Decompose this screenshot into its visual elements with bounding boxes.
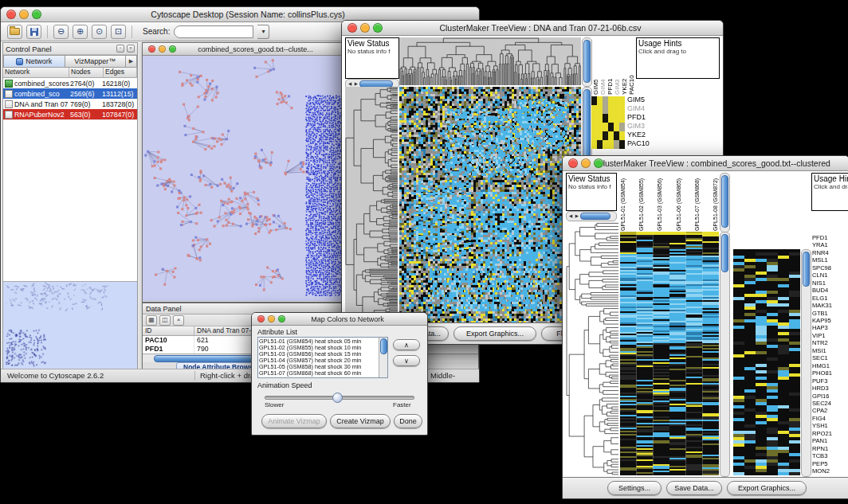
matrix-column-label[interactable]: PAC10: [628, 37, 635, 95]
gene-label[interactable]: GTB1: [812, 310, 847, 317]
gene-label[interactable]: GIM5: [627, 96, 669, 104]
matrix-column-label[interactable]: GIM5: [592, 37, 599, 95]
vscroll-thumb[interactable]: [380, 338, 387, 354]
gene-label[interactable]: SPC98: [812, 264, 847, 272]
close-icon[interactable]: [347, 23, 357, 33]
zoom-fit-icon[interactable]: ⊡: [111, 25, 126, 39]
minimize-icon[interactable]: [360, 23, 370, 33]
move-down-button[interactable]: ∨: [393, 355, 420, 366]
zoom-selected-icon[interactable]: ⊙: [92, 25, 107, 39]
vscroll-thumb[interactable]: [803, 252, 810, 287]
array-column-label[interactable]: GPL51-03 (GSM856): [657, 173, 663, 231]
gene-label[interactable]: SEC1: [812, 354, 847, 361]
close-icon[interactable]: [568, 158, 578, 168]
slider-thumb[interactable]: [332, 393, 343, 403]
gene-label[interactable]: YRA1: [812, 241, 847, 248]
column-header[interactable]: Network: [3, 68, 69, 77]
create-vizmap-button[interactable]: Create Vizmap: [330, 414, 391, 428]
gene-label[interactable]: GIM4: [627, 104, 669, 113]
attribute-list[interactable]: GPL51-01 (GSM854) heat shock 05 minGPL51…: [257, 337, 388, 378]
gene-label[interactable]: CPA2: [812, 407, 847, 414]
close-icon[interactable]: [148, 45, 155, 53]
gene-label[interactable]: CLN1: [812, 272, 847, 279]
minimize-icon[interactable]: [19, 10, 29, 19]
gene-label[interactable]: PFD1: [812, 234, 847, 241]
gene-label[interactable]: RPO21: [812, 430, 847, 437]
create-attribute-icon[interactable]: ◫: [159, 315, 171, 326]
float-panel-icon[interactable]: [116, 45, 124, 53]
gene-label[interactable]: PAN1: [812, 437, 847, 444]
gene-label[interactable]: YSH1: [812, 422, 847, 429]
treeview1-titlebar[interactable]: ClusterMaker TreeView : DNA and Tran 07-…: [342, 21, 723, 36]
gene-label[interactable]: MSL1: [812, 256, 847, 264]
gene-label[interactable]: PFD1: [627, 113, 669, 122]
gene-label[interactable]: VIP1: [812, 332, 847, 339]
network-row[interactable]: DNA and Tran 07 769(0) 183728(0): [3, 99, 137, 109]
minimize-icon[interactable]: [159, 45, 166, 53]
maximize-icon[interactable]: [594, 158, 603, 168]
network-canvas[interactable]: [143, 56, 351, 301]
export-graphics-button[interactable]: Export Graphics...: [453, 326, 536, 341]
matrix-column-label[interactable]: GIM3: [614, 37, 621, 95]
correlation-matrix[interactable]: [591, 96, 625, 149]
array-column-label[interactable]: GPL51-01 (GSM854): [620, 173, 626, 231]
tab-network[interactable]: Network: [3, 55, 65, 68]
network-overview-thumbnail[interactable]: [3, 282, 137, 369]
row-dendrogram[interactable]: [345, 87, 398, 323]
gene-label[interactable]: BUD4: [812, 287, 847, 294]
open-session-icon[interactable]: [7, 25, 22, 39]
maximize-icon[interactable]: [32, 10, 41, 19]
gene-label[interactable]: ELG1: [812, 295, 847, 302]
tab-vizmapper[interactable]: VizMapper™: [65, 55, 127, 68]
maximize-icon[interactable]: [373, 23, 383, 33]
save-data-button[interactable]: Save Data...: [666, 481, 722, 495]
gene-label[interactable]: PEP5: [812, 460, 847, 467]
save-session-icon[interactable]: [26, 25, 41, 39]
gene-label[interactable]: GPI16: [812, 393, 847, 400]
gene-label[interactable]: MSI1: [812, 347, 847, 354]
network-row[interactable]: combined_sco 2569(6) 13112(15): [3, 88, 137, 99]
maximize-icon[interactable]: [278, 315, 285, 322]
gene-label[interactable]: RPN1: [812, 445, 847, 452]
network-row[interactable]: RNAPuberNov2 563(0) 107847(0): [3, 109, 137, 119]
vscroll-thumb[interactable]: [583, 40, 591, 83]
settings-button[interactable]: Settings...: [607, 481, 662, 495]
selection-vscrollbar[interactable]: [801, 249, 811, 477]
done-button[interactable]: Done: [394, 414, 422, 428]
dialog-titlebar[interactable]: Map Colors to Network: [252, 313, 427, 326]
treeview2-titlebar[interactable]: ClusterMaker TreeView : combined_scores_…: [563, 156, 848, 171]
gene-label[interactable]: NIS1: [812, 279, 847, 287]
gene-label[interactable]: MON2: [812, 467, 847, 475]
tab-overflow-arrow-icon[interactable]: ▶: [126, 55, 137, 68]
network-row[interactable]: combined_scores 2764(0) 16218(0): [3, 78, 137, 88]
column-dendrogram-vscrollbar[interactable]: [582, 37, 592, 87]
select-attributes-icon[interactable]: ▦: [146, 315, 157, 326]
minimize-icon[interactable]: [581, 158, 591, 168]
vscroll-thumb[interactable]: [721, 175, 728, 228]
array-column-label[interactable]: GPL51-06 (GSM865): [676, 173, 682, 231]
column-header[interactable]: Edges: [104, 68, 137, 77]
zoom-out-icon[interactable]: ⊖: [53, 25, 69, 39]
gene-label[interactable]: NTR2: [812, 339, 847, 346]
animate-vizmap-button[interactable]: Animate Vizmap: [261, 414, 327, 428]
gene-label[interactable]: TCB3: [812, 452, 847, 459]
gene-label[interactable]: PUF3: [812, 377, 847, 385]
delete-attribute-icon[interactable]: ×: [173, 315, 184, 326]
column-labels-vscrollbar[interactable]: [720, 173, 730, 232]
animation-speed-slider[interactable]: [265, 396, 414, 400]
maximize-icon[interactable]: [169, 45, 176, 53]
gene-label[interactable]: FIG4: [812, 415, 847, 422]
array-column-label[interactable]: GPL51-02 (GSM855): [638, 173, 645, 231]
attribute-item[interactable]: GPL51-07 (GSM868) heat shock 60 min: [259, 370, 379, 377]
gene-label[interactable]: YKE2: [627, 131, 669, 139]
gene-label[interactable]: PHO81: [812, 369, 847, 377]
close-icon[interactable]: [257, 315, 265, 322]
gene-label[interactable]: HRD3: [812, 385, 847, 392]
gene-label[interactable]: SEC24: [812, 400, 847, 407]
column-header[interactable]: Nodes: [69, 68, 104, 77]
gene-label[interactable]: RNR4: [812, 249, 847, 256]
heatmap-vscrollbar[interactable]: [720, 232, 730, 477]
matrix-column-label[interactable]: GIM4: [599, 37, 607, 95]
column-dendrogram[interactable]: [399, 37, 581, 85]
row-dendrogram[interactable]: [566, 221, 618, 475]
